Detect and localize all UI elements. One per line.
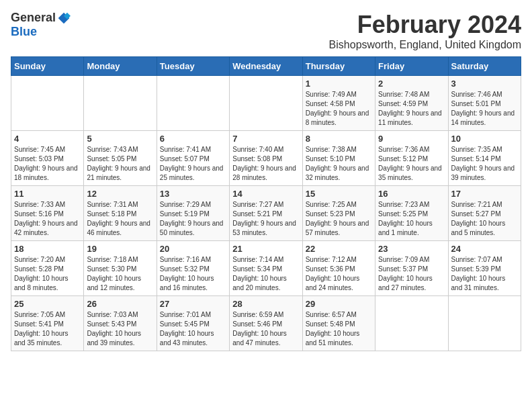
calendar-day-header: Saturday [448, 57, 521, 76]
calendar-cell: 27Sunrise: 7:01 AM Sunset: 5:45 PM Dayli… [157, 296, 229, 351]
day-number: 9 [378, 134, 445, 144]
day-info: Sunrise: 6:57 AM Sunset: 5:48 PM Dayligh… [306, 310, 372, 348]
calendar-cell: 13Sunrise: 7:29 AM Sunset: 5:19 PM Dayli… [157, 186, 229, 241]
day-number: 12 [87, 189, 153, 199]
page-header: General Blue February 2024 Bishopsworth,… [11, 11, 521, 51]
day-number: 21 [232, 244, 299, 254]
day-number: 11 [14, 189, 81, 199]
day-number: 5 [87, 134, 153, 144]
calendar-cell [84, 76, 157, 131]
calendar-cell: 7Sunrise: 7:40 AM Sunset: 5:08 PM Daylig… [230, 131, 302, 186]
calendar-cell: 2Sunrise: 7:48 AM Sunset: 4:59 PM Daylig… [375, 76, 448, 131]
calendar-cell [11, 76, 84, 131]
calendar-cell: 12Sunrise: 7:31 AM Sunset: 5:18 PM Dayli… [84, 186, 157, 241]
calendar-day-header: Sunday [11, 57, 84, 76]
day-number: 3 [451, 79, 518, 89]
day-info: Sunrise: 7:18 AM Sunset: 5:30 PM Dayligh… [87, 255, 153, 293]
calendar-day-header: Thursday [302, 57, 375, 76]
calendar-cell: 8Sunrise: 7:38 AM Sunset: 5:10 PM Daylig… [302, 131, 375, 186]
calendar-cell: 20Sunrise: 7:16 AM Sunset: 5:32 PM Dayli… [157, 241, 229, 296]
day-info: Sunrise: 7:27 AM Sunset: 5:21 PM Dayligh… [232, 200, 299, 238]
day-info: Sunrise: 7:23 AM Sunset: 5:25 PM Dayligh… [378, 200, 445, 238]
location-title: Bishopsworth, England, United Kingdom [329, 39, 521, 51]
day-info: Sunrise: 7:46 AM Sunset: 5:01 PM Dayligh… [451, 90, 518, 128]
calendar-cell: 10Sunrise: 7:35 AM Sunset: 5:14 PM Dayli… [448, 131, 521, 186]
day-info: Sunrise: 7:49 AM Sunset: 4:58 PM Dayligh… [306, 90, 372, 128]
calendar-body: 1Sunrise: 7:49 AM Sunset: 4:58 PM Daylig… [11, 76, 521, 351]
calendar-cell: 17Sunrise: 7:21 AM Sunset: 5:27 PM Dayli… [448, 186, 521, 241]
calendar-cell: 22Sunrise: 7:12 AM Sunset: 5:36 PM Dayli… [302, 241, 375, 296]
calendar-cell: 19Sunrise: 7:18 AM Sunset: 5:30 PM Dayli… [84, 241, 157, 296]
day-info: Sunrise: 7:41 AM Sunset: 5:07 PM Dayligh… [160, 145, 226, 183]
calendar-week-row: 4Sunrise: 7:45 AM Sunset: 5:03 PM Daylig… [11, 131, 521, 186]
calendar-cell [448, 296, 521, 351]
month-title: February 2024 [329, 11, 521, 39]
day-info: Sunrise: 7:40 AM Sunset: 5:08 PM Dayligh… [232, 145, 299, 183]
calendar-cell: 3Sunrise: 7:46 AM Sunset: 5:01 PM Daylig… [448, 76, 521, 131]
calendar-week-row: 11Sunrise: 7:33 AM Sunset: 5:16 PM Dayli… [11, 186, 521, 241]
day-number: 17 [451, 189, 518, 199]
day-info: Sunrise: 7:12 AM Sunset: 5:36 PM Dayligh… [306, 255, 372, 293]
calendar-cell: 18Sunrise: 7:20 AM Sunset: 5:28 PM Dayli… [11, 241, 84, 296]
day-info: Sunrise: 7:36 AM Sunset: 5:12 PM Dayligh… [378, 145, 445, 183]
calendar-day-header: Tuesday [157, 57, 229, 76]
calendar-week-row: 25Sunrise: 7:05 AM Sunset: 5:41 PM Dayli… [11, 296, 521, 351]
day-info: Sunrise: 7:48 AM Sunset: 4:59 PM Dayligh… [378, 90, 445, 128]
day-number: 20 [160, 244, 226, 254]
day-number: 15 [306, 189, 372, 199]
day-info: Sunrise: 7:01 AM Sunset: 5:45 PM Dayligh… [160, 310, 226, 348]
day-number: 4 [14, 134, 81, 144]
calendar-cell [375, 296, 448, 351]
day-number: 8 [306, 134, 372, 144]
day-info: Sunrise: 7:38 AM Sunset: 5:10 PM Dayligh… [306, 145, 372, 183]
calendar-cell: 4Sunrise: 7:45 AM Sunset: 5:03 PM Daylig… [11, 131, 84, 186]
calendar-cell: 23Sunrise: 7:09 AM Sunset: 5:37 PM Dayli… [375, 241, 448, 296]
title-area: February 2024 Bishopsworth, England, Uni… [329, 11, 521, 51]
calendar-day-header: Wednesday [230, 57, 302, 76]
calendar-header-row: SundayMondayTuesdayWednesdayThursdayFrid… [11, 57, 521, 76]
day-number: 18 [14, 244, 81, 254]
calendar-cell: 29Sunrise: 6:57 AM Sunset: 5:48 PM Dayli… [302, 296, 375, 351]
day-number: 29 [306, 299, 372, 309]
day-info: Sunrise: 7:35 AM Sunset: 5:14 PM Dayligh… [451, 145, 518, 183]
day-info: Sunrise: 7:05 AM Sunset: 5:41 PM Dayligh… [14, 310, 81, 348]
logo: General Blue [11, 11, 71, 39]
day-info: Sunrise: 7:31 AM Sunset: 5:18 PM Dayligh… [87, 200, 153, 238]
logo-icon [57, 11, 71, 25]
calendar-cell: 21Sunrise: 7:14 AM Sunset: 5:34 PM Dayli… [230, 241, 302, 296]
day-info: Sunrise: 7:03 AM Sunset: 5:43 PM Dayligh… [87, 310, 153, 348]
day-info: Sunrise: 7:16 AM Sunset: 5:32 PM Dayligh… [160, 255, 226, 293]
day-info: Sunrise: 7:09 AM Sunset: 5:37 PM Dayligh… [378, 255, 445, 293]
calendar-day-header: Friday [375, 57, 448, 76]
calendar-cell: 15Sunrise: 7:25 AM Sunset: 5:23 PM Dayli… [302, 186, 375, 241]
calendar-cell: 6Sunrise: 7:41 AM Sunset: 5:07 PM Daylig… [157, 131, 229, 186]
logo-general-text: General [11, 11, 56, 25]
calendar-week-row: 18Sunrise: 7:20 AM Sunset: 5:28 PM Dayli… [11, 241, 521, 296]
day-number: 1 [306, 79, 372, 89]
calendar-cell: 14Sunrise: 7:27 AM Sunset: 5:21 PM Dayli… [230, 186, 302, 241]
day-info: Sunrise: 7:25 AM Sunset: 5:23 PM Dayligh… [306, 200, 372, 238]
day-number: 23 [378, 244, 445, 254]
calendar-cell: 25Sunrise: 7:05 AM Sunset: 5:41 PM Dayli… [11, 296, 84, 351]
day-number: 10 [451, 134, 518, 144]
calendar-table: SundayMondayTuesdayWednesdayThursdayFrid… [11, 56, 521, 351]
logo-blue-text: Blue [11, 25, 37, 38]
calendar-day-header: Monday [84, 57, 157, 76]
calendar-cell: 5Sunrise: 7:43 AM Sunset: 5:05 PM Daylig… [84, 131, 157, 186]
calendar-cell: 11Sunrise: 7:33 AM Sunset: 5:16 PM Dayli… [11, 186, 84, 241]
calendar-cell [157, 76, 229, 131]
day-number: 16 [378, 189, 445, 199]
calendar-cell [230, 76, 302, 131]
day-info: Sunrise: 7:33 AM Sunset: 5:16 PM Dayligh… [14, 200, 81, 238]
day-number: 28 [232, 299, 299, 309]
day-number: 2 [378, 79, 445, 89]
day-info: Sunrise: 7:45 AM Sunset: 5:03 PM Dayligh… [14, 145, 81, 183]
calendar-cell: 24Sunrise: 7:07 AM Sunset: 5:39 PM Dayli… [448, 241, 521, 296]
calendar-cell: 28Sunrise: 6:59 AM Sunset: 5:46 PM Dayli… [230, 296, 302, 351]
day-number: 14 [232, 189, 299, 199]
calendar-cell: 26Sunrise: 7:03 AM Sunset: 5:43 PM Dayli… [84, 296, 157, 351]
day-number: 26 [87, 299, 153, 309]
calendar-cell: 1Sunrise: 7:49 AM Sunset: 4:58 PM Daylig… [302, 76, 375, 131]
day-info: Sunrise: 7:14 AM Sunset: 5:34 PM Dayligh… [232, 255, 299, 293]
day-info: Sunrise: 7:21 AM Sunset: 5:27 PM Dayligh… [451, 200, 518, 238]
